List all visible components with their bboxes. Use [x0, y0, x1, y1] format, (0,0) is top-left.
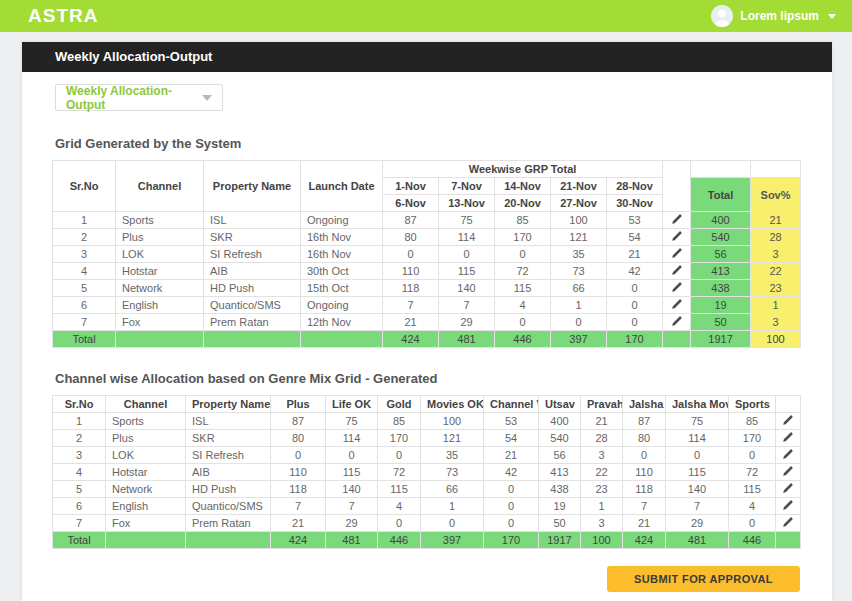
edit-pencil-icon[interactable]	[782, 465, 794, 477]
cell-genre-grp: 56	[539, 447, 581, 464]
edit-cell	[776, 464, 801, 481]
grid-table-title: Grid Generated by the System	[55, 136, 832, 151]
edit-pencil-icon[interactable]	[782, 516, 794, 528]
cell-srno: 7	[53, 314, 116, 331]
cell-genre-grp: 3	[581, 515, 623, 532]
user-caret-down-icon	[828, 14, 836, 19]
week-start-label: 14-Nov	[495, 178, 551, 195]
total-genre-grp: 424	[623, 532, 666, 549]
cell-genre-grp: 0	[729, 447, 776, 464]
cell-genre-grp: 0	[378, 447, 421, 464]
edit-pencil-icon[interactable]	[782, 482, 794, 494]
cell-property-name: AIB	[204, 263, 301, 280]
submit-for-approval-button[interactable]: SUBMIT FOR APPROVAL	[607, 566, 800, 592]
cell-genre-grp: 0	[484, 481, 539, 498]
edit-cell	[776, 430, 801, 447]
cell-property-name: HD Push	[204, 280, 301, 297]
cell-genre-grp: 4	[378, 498, 421, 515]
cell-sov: 21	[751, 212, 801, 229]
total-genre-grp: 170	[484, 532, 539, 549]
cell-channel	[116, 331, 204, 348]
cell-property-name: HD Push	[186, 481, 271, 498]
edit-cell	[776, 447, 801, 464]
edit-pencil-icon[interactable]	[671, 264, 683, 276]
edit-pencil-icon[interactable]	[782, 499, 794, 511]
grid-table-row: 4HotstarAIB30th Oct11011572734241322	[53, 263, 801, 280]
edit-pencil-icon[interactable]	[782, 448, 794, 460]
cell-week-grp: 66	[551, 280, 607, 297]
total-genre-grp: 424	[271, 532, 326, 549]
user-menu[interactable]: Lorem lipsum	[711, 5, 836, 27]
cell-genre-grp: 53	[484, 413, 539, 430]
cell-genre-grp: 28	[581, 430, 623, 447]
cell-week-grp: 4	[495, 297, 551, 314]
cell-week-grp: 7	[439, 297, 495, 314]
app-logo: ASTRA	[28, 5, 98, 27]
cell-genre-grp: 4	[729, 498, 776, 515]
edit-pencil-icon[interactable]	[671, 213, 683, 225]
genre-table-row: 3LOKSI Refresh0003521563000	[53, 447, 801, 464]
cell-property-name: SKR	[186, 430, 271, 447]
page-title: Weekly Allocation-Output	[22, 42, 832, 72]
edit-pencil-icon[interactable]	[782, 414, 794, 426]
col-header-total-spacer	[691, 161, 751, 178]
cell-week-grp: 140	[439, 280, 495, 297]
edit-pencil-icon[interactable]	[671, 247, 683, 259]
cell-week-grp: 29	[439, 314, 495, 331]
cell-genre-grp: 7	[326, 498, 378, 515]
cell-property-name	[186, 532, 271, 549]
col-header-movies-ok: Movies OK	[421, 396, 484, 413]
cell-property-name: SI Refresh	[186, 447, 271, 464]
grid-table-row: 7FoxPrem Ratan12th Nov2129000503	[53, 314, 801, 331]
col-header-sports: Sports	[729, 396, 776, 413]
col-header-jalsha-movies: Jalsha Movies	[666, 396, 729, 413]
cell-week-grp: 21	[383, 314, 439, 331]
cell-channel: LOK	[116, 246, 204, 263]
cell-week-grp: 118	[383, 280, 439, 297]
edit-pencil-icon[interactable]	[782, 431, 794, 443]
cell-genre-grp: 100	[421, 413, 484, 430]
col-header-channel-v: Channel V	[484, 396, 539, 413]
cell-channel: Fox	[106, 515, 186, 532]
edit-cell	[663, 246, 691, 263]
cell-channel: LOK	[106, 447, 186, 464]
cell-genre-grp: 0	[484, 498, 539, 515]
cell-genre-grp: 21	[581, 413, 623, 430]
cell-genre-grp: 540	[539, 430, 581, 447]
cell-property-name: Prem Ratan	[204, 314, 301, 331]
cell-srno: 3	[53, 246, 116, 263]
cell-srno: 1	[53, 212, 116, 229]
report-type-dropdown[interactable]: Weekly Allocation-Output	[55, 84, 223, 111]
cell-week-grp: 42	[607, 263, 663, 280]
cell-total: 400	[691, 212, 751, 229]
cell-genre-grp: 118	[271, 481, 326, 498]
cell-property-name: SI Refresh	[204, 246, 301, 263]
week-start-label: 1-Nov	[383, 178, 439, 195]
week-end-label: 30-Nov	[607, 195, 663, 212]
cell-channel: Fox	[116, 314, 204, 331]
edit-pencil-icon[interactable]	[671, 230, 683, 242]
cell-channel: English	[116, 297, 204, 314]
week-end-label: 13-Nov	[439, 195, 495, 212]
cell-week-grp: 115	[495, 280, 551, 297]
cell-week-grp: 0	[439, 246, 495, 263]
cell-genre-grp: 0	[666, 447, 729, 464]
grid-table-total-row: Total4244814463971701917100	[53, 331, 801, 348]
cell-channel	[106, 532, 186, 549]
cell-week-grp: 53	[607, 212, 663, 229]
total-genre-grp: 481	[666, 532, 729, 549]
cell-genre-grp: 75	[666, 413, 729, 430]
cell-genre-grp: 140	[666, 481, 729, 498]
grand-total: 1917	[691, 331, 751, 348]
edit-pencil-icon[interactable]	[671, 315, 683, 327]
cell-launch-date: 16th Nov	[301, 246, 383, 263]
edit-cell	[776, 498, 801, 515]
edit-pencil-icon[interactable]	[671, 281, 683, 293]
cell-week-grp: 35	[551, 246, 607, 263]
cell-property-name	[204, 331, 301, 348]
cell-genre-grp: 19	[539, 498, 581, 515]
edit-pencil-icon[interactable]	[671, 298, 683, 310]
cell-genre-grp: 170	[378, 430, 421, 447]
week-end-label: 6-Nov	[383, 195, 439, 212]
week-start-label: 28-Nov	[607, 178, 663, 195]
